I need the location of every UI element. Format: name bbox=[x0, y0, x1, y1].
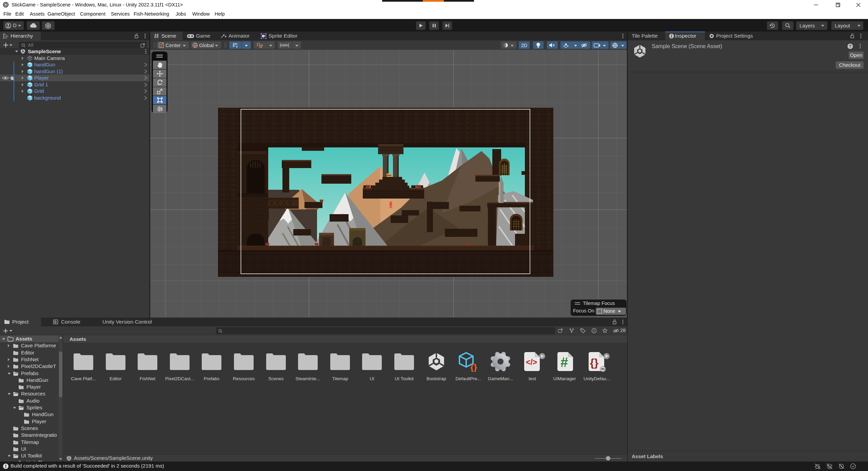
svg-text:D: D bbox=[47, 24, 49, 27]
svg-text:#: # bbox=[560, 355, 568, 370]
svg-text:Y: Y bbox=[236, 45, 238, 48]
svg-text:</>: </> bbox=[526, 358, 537, 367]
svg-text:{}: {} bbox=[470, 362, 477, 372]
svg-text:?: ? bbox=[849, 44, 851, 49]
svg-text:{}: {} bbox=[590, 356, 598, 369]
